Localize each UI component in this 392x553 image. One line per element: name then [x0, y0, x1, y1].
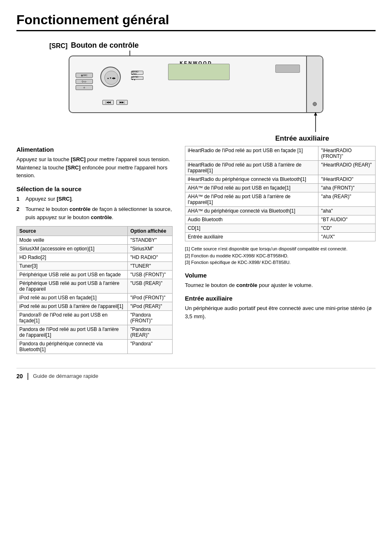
right-table-source: iHeartRadio de l'iPod relié au port USB …: [185, 146, 318, 161]
right-table-row: iHeartRadio de l'iPod relié au port USB …: [185, 146, 376, 161]
left-table-option: "Pandora (REAR)": [128, 325, 173, 340]
right-table-option: "iHeartRADIO": [318, 175, 376, 184]
phone-btn-left: ✆: [76, 85, 93, 90]
selection-steps: 1 Appuyez sur [SRC]. 2 Tournez le bouton…: [16, 195, 173, 222]
bouton-label: Bouton de contrôle: [71, 41, 138, 50]
alim-text3: Maintenez la touche: [16, 164, 66, 171]
right-table-source: Audio Bluetooth: [185, 215, 318, 224]
alimentation-body: Appuyez sur la touche [SRC] pour mettre …: [16, 155, 173, 180]
device-diagram-wrapper: KENWOOD ⏻SRC Q◁▷ ✆ ▲▼◀▶ ●BAND ●TAG ●SYNC: [69, 51, 323, 113]
src-btn: ⏻SRC: [76, 73, 93, 78]
right-table-row: iHeartRadio de l'iPod relié au port USB …: [185, 161, 376, 175]
right-table-row: Audio Bluetooth"BT AUDIO": [185, 215, 376, 224]
alim-src1: [SRC]: [71, 156, 85, 162]
side-panel: [306, 56, 323, 112]
left-table-row: iPod relié au port USB en façade[1]"iPod…: [17, 294, 173, 302]
right-table-source: AHA™ de l'iPod relié au port USB à l'arr…: [185, 192, 318, 207]
step-2-body: Tournez le bouton contrôle de façon à sé…: [25, 205, 173, 221]
right-table-row: AHA™ du périphérique connecté via Blueto…: [185, 207, 376, 215]
left-table-option: "USB (REAR)": [128, 279, 173, 294]
col1-header: Source: [17, 227, 128, 236]
right-table-option: "AUX": [318, 233, 376, 241]
alim-text1: Appuyez sur la touche: [16, 156, 71, 162]
right-table-row: iHeartRadio du périphérique connecté via…: [185, 175, 376, 184]
right-table-row: AHA™ de l'iPod relié au port USB à l'arr…: [185, 192, 376, 207]
right-table-source: iHeartRadio de l'iPod relié au port USB …: [185, 161, 318, 175]
left-table-source: Périphérique USB relié au port USB à l'a…: [17, 279, 128, 294]
step-2: 2 Tournez le bouton contrôle de façon à …: [16, 205, 173, 221]
control-knob-inner: ▲▼◀▶: [104, 71, 118, 85]
left-table-source: Pandora du périphérique connecté via Blu…: [17, 340, 128, 354]
selection-title: Sélection de la source: [16, 185, 173, 192]
right-table-option: "iHeartRADIO (FRONT)": [318, 146, 376, 161]
left-table-row: iPod relié au port USB à l'arrière de l'…: [17, 302, 173, 311]
alimentation-title: Alimentation: [16, 146, 173, 153]
footer-separator: |: [27, 372, 29, 380]
left-table-option: "STANDBY": [128, 236, 173, 245]
step-2-num: 2: [16, 205, 22, 221]
aux-arrow: [315, 112, 316, 133]
step-1: 1 Appuyez sur [SRC].: [16, 195, 173, 203]
source-table: Source Option affichée Mode veille"STAND…: [16, 226, 173, 354]
left-table-row: SiriusXM (accessoire en option)[1]"Siriu…: [17, 245, 173, 253]
device-body: KENWOOD ⏻SRC Q◁▷ ✆ ▲▼◀▶ ●BAND ●TAG ●SYNC: [69, 56, 323, 113]
right-table-source: AHA™ du périphérique connecté via Blueto…: [185, 207, 318, 215]
left-table-option: "USB (FRONT)": [128, 271, 173, 279]
footer: 20 | Guide de démarrage rapide: [16, 368, 376, 380]
left-table-source: Pandora de l'iPod relié au port USB à l'…: [17, 325, 128, 340]
left-table-row: Périphérique USB relié au port USB en fa…: [17, 271, 173, 279]
eq-btn: Q◁▷: [76, 79, 93, 84]
right-table-option: "aha (FRONT)": [318, 184, 376, 192]
left-table-row: Pandora® de l'iPod relié au port USB en …: [17, 311, 173, 325]
left-table-option: "SiriusXM": [128, 245, 173, 253]
footnotes: [1] Cette source n'est disponible que lo…: [185, 245, 376, 266]
step-1-num: 1: [16, 195, 22, 203]
col2-header: Option affichée: [128, 227, 173, 236]
right-table-option: "aha (REAR)": [318, 192, 376, 207]
display-area: [168, 64, 230, 80]
left-table-source: iPod relié au port USB en façade[1]: [17, 294, 128, 302]
right-table-row: CD[1]"CD": [185, 224, 376, 233]
left-table-source: iPod relié au port USB à l'arrière de l'…: [17, 302, 128, 311]
left-table-option: "iPod (FRONT)": [128, 294, 173, 302]
left-table-row: Tuner[3]"TUNER": [17, 262, 173, 271]
left-table-option: "Pandora (FRONT)": [128, 311, 173, 325]
left-table-row: Périphérique USB relié au port USB à l'a…: [17, 279, 173, 294]
step-1-body: Appuyez sur [SRC].: [25, 195, 73, 203]
left-table-option: "Pandora": [128, 340, 173, 354]
left-table-source: Pandora® de l'iPod relié au port USB en …: [17, 311, 128, 325]
left-table-option: "HD RADIO": [128, 253, 173, 262]
left-table-option: "iPod (REAR)": [128, 302, 173, 311]
right-table-row: Entrée auxiliaire"AUX": [185, 233, 376, 241]
alim-src2: [SRC]: [66, 164, 81, 171]
left-buttons-area: ⏻SRC Q◁▷ ✆: [76, 73, 93, 90]
track-buttons: |◀◀ ▶▶|: [102, 100, 128, 105]
footnote-2: [2] Fonction du modèle KDC-X998/ KDC-BT9…: [185, 252, 376, 259]
prev-btn: |◀◀: [102, 100, 114, 105]
right-table-option: "CD": [318, 224, 376, 233]
right-source-table: iHeartRadio de l'iPod relié au port USB …: [185, 146, 376, 241]
sync-btn: ●SYNC ▼▲: [131, 76, 143, 80]
left-column: Alimentation Appuyez sur la touche [SRC]…: [16, 146, 173, 360]
right-slot: [275, 65, 300, 73]
volume-title: Volume: [185, 272, 376, 279]
footer-text: Guide de démarrage rapide: [33, 373, 98, 379]
right-table-source: Entrée auxiliaire: [185, 233, 318, 241]
right-table-option: "BT AUDIO": [318, 215, 376, 224]
entree-auxiliaire-section-title: Entrée auxiliaire: [185, 295, 376, 302]
mid-buttons: ●BAND ●TAG ●SYNC ▼▲: [131, 71, 143, 80]
footnote-1: [1] Cette source n'est disponible que lo…: [185, 245, 376, 252]
page-number: 20: [16, 373, 23, 379]
left-table-row: Mode veille"STANDBY": [17, 236, 173, 245]
right-table-source: CD[1]: [185, 224, 318, 233]
right-table-option: "iHeartRADIO (REAR)": [318, 161, 376, 175]
right-table-row: AHA™ de l'iPod relié au port USB en faça…: [185, 184, 376, 192]
right-table-option: "aha": [318, 207, 376, 215]
volume-body: Tournez le bouton de contrôle pour ajust…: [185, 281, 376, 289]
footnote-3: [3] Fonction spécifique de KDC-X898/ KDC…: [185, 259, 376, 266]
right-table-source: AHA™ de l'iPod relié au port USB en faça…: [185, 184, 318, 192]
right-table-source: iHeartRadio du périphérique connecté via…: [185, 175, 318, 184]
entree-auxiliaire-diagram-label: Entrée auxiliaire: [275, 134, 329, 143]
left-table-option: "TUNER": [128, 262, 173, 271]
left-table-row: Pandora du périphérique connecté via Blu…: [17, 340, 173, 354]
